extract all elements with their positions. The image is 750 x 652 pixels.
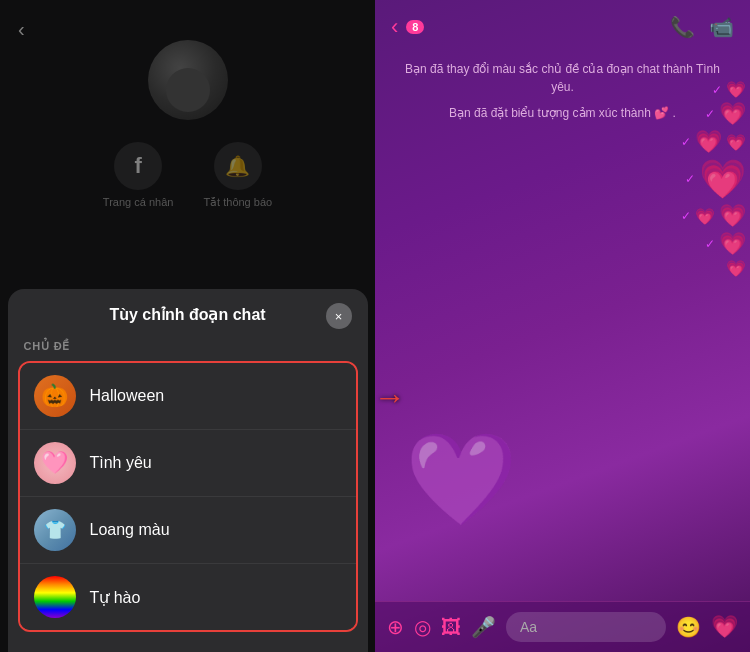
tiedye-label: Loang màu [90,521,170,539]
chat-header: ‹ 8 📞 📹 [375,0,750,50]
unread-badge: 8 [406,20,424,34]
system-message-1: Bạn đã thay đổi màu sắc chủ đề của đoạn … [395,60,730,96]
halloween-emoji: 🎃 [41,383,68,409]
header-left: ‹ 8 [391,14,424,40]
emoji-icon[interactable]: 😊 [676,615,701,639]
camera-icon[interactable]: ◎ [414,615,431,639]
theme-item-pride[interactable]: Tự hào [20,564,356,630]
mic-icon[interactable]: 🎤 [471,615,496,639]
chat-back-button[interactable]: ‹ [391,14,398,40]
heart-send-button[interactable]: 💗 [711,614,738,640]
system-message-2: Bạn đã đặt biểu tượng cảm xúc thành 💕 . [449,104,676,122]
tiedye-icon: 👕 [34,509,76,551]
halloween-icon: 🎃 [34,375,76,417]
love-emoji: 🩷 [41,450,68,476]
phone-icon[interactable]: 📞 [670,15,695,39]
theme-item-tiedye[interactable]: 👕 Loang màu [20,497,356,564]
modal-close-button[interactable]: × [326,303,352,329]
pride-label: Tự hào [90,588,141,607]
section-label: CHỦ ĐỀ [8,340,368,361]
pride-icon [34,576,76,618]
customize-modal: Tùy chỉnh đoạn chat × → CHỦ ĐỀ 🎃 Hallowe… [8,289,368,652]
halloween-label: Halloween [90,387,165,405]
right-panel: ‹ 8 📞 📹 Bạn đã thay đổi màu sắc chủ đề c… [375,0,750,652]
love-icon: 🩷 [34,442,76,484]
chat-messages: Bạn đã thay đổi màu sắc chủ đề của đoạn … [375,50,750,601]
chat-input-bar: ⊕ ◎ 🖼 🎤 Aa 😊 💗 [375,601,750,652]
video-icon[interactable]: 📹 [709,15,734,39]
tiedye-emoji: 👕 [44,519,66,541]
modal-overlay: Tùy chỉnh đoạn chat × → CHỦ ĐỀ 🎃 Hallowe… [0,0,375,652]
header-icons: 📞 📹 [670,15,734,39]
theme-item-halloween[interactable]: 🎃 Halloween [20,363,356,430]
image-icon[interactable]: 🖼 [441,616,461,639]
message-input[interactable]: Aa [506,612,666,642]
modal-title: Tùy chỉnh đoạn chat [8,305,368,324]
theme-item-love[interactable]: 🩷 Tình yêu [20,430,356,497]
love-label: Tình yêu [90,454,152,472]
theme-list: 🎃 Halloween 🩷 Tình yêu 👕 Loang m [18,361,358,632]
left-panel: ‹ f Trang cá nhân 🔔 Tắt thông báo Tùy ch… [0,0,375,652]
add-icon[interactable]: ⊕ [387,615,404,639]
